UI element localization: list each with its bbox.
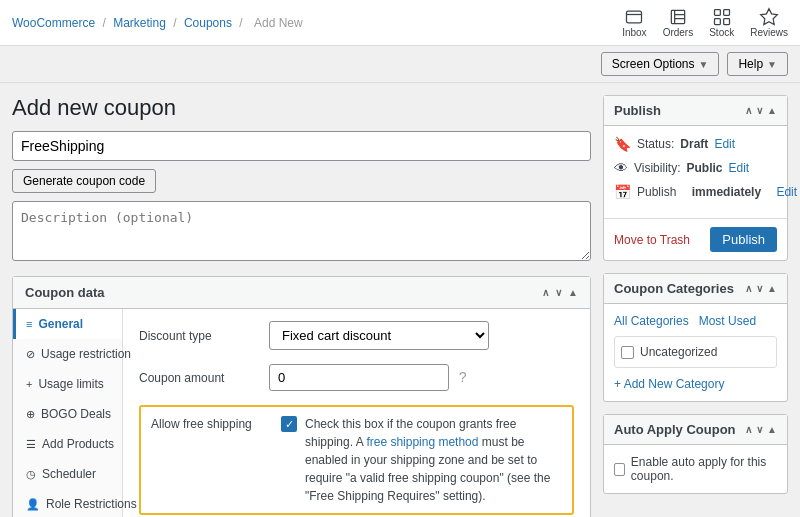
- coupon-data-tabs: ≡ General ⊘ Usage restriction + Usage li…: [13, 309, 123, 517]
- publish-widget-footer: Move to Trash Publish: [604, 218, 787, 260]
- visibility-label: Visibility:: [634, 161, 680, 175]
- screen-options-chevron: ▼: [699, 59, 709, 70]
- auto-apply-collapse[interactable]: ▲: [767, 424, 777, 435]
- inbox-label: Inbox: [622, 27, 646, 38]
- stock-icon-item[interactable]: Stock: [709, 7, 734, 38]
- most-used-tab[interactable]: Most Used: [699, 314, 756, 328]
- help-icon: ?: [459, 369, 467, 385]
- category-item-uncategorized: Uncategorized: [621, 343, 770, 361]
- scheduler-icon: ◷: [26, 468, 36, 481]
- breadcrumb-coupons[interactable]: Coupons: [184, 16, 232, 30]
- auto-apply-header-controls: ∧ ∨ ▲: [745, 424, 777, 435]
- tab-general-label: General: [38, 317, 83, 331]
- main-layout: Add new coupon Generate coupon code Coup…: [0, 83, 800, 517]
- cat-down-chevron[interactable]: ∨: [756, 283, 763, 294]
- right-sidebar: Publish ∧ ∨ ▲ 🔖 Status: Draft Edit 👁 Vis…: [603, 95, 788, 517]
- coupon-data-collapse[interactable]: ▲: [568, 287, 578, 298]
- publish-time-edit-link[interactable]: Edit: [776, 185, 797, 199]
- uncategorized-checkbox[interactable]: [621, 346, 634, 359]
- orders-icon-item[interactable]: Orders: [663, 7, 694, 38]
- tab-role-restrictions[interactable]: 👤 Role Restrictions: [13, 489, 122, 517]
- coupon-categories-widget: Coupon Categories ∧ ∨ ▲ All Categories M…: [603, 273, 788, 402]
- status-value: Draft: [680, 137, 708, 151]
- coupon-amount-input[interactable]: [269, 364, 449, 391]
- orders-label: Orders: [663, 27, 694, 38]
- help-chevron: ▼: [767, 59, 777, 70]
- publish-time-value: immediately: [692, 185, 761, 199]
- move-to-trash-link[interactable]: Move to Trash: [614, 233, 690, 247]
- publish-down-chevron[interactable]: ∨: [756, 105, 763, 116]
- svg-rect-1: [671, 10, 684, 23]
- tab-general[interactable]: ≡ General: [13, 309, 122, 339]
- coupon-amount-field: ?: [269, 364, 574, 391]
- coupon-data-up-chevron[interactable]: ∧: [542, 287, 549, 298]
- add-new-category-link[interactable]: + Add New Category: [614, 377, 724, 391]
- auto-apply-up-chevron[interactable]: ∧: [745, 424, 752, 435]
- reviews-icon-item[interactable]: Reviews: [750, 7, 788, 38]
- discount-type-select[interactable]: Fixed cart discount Percentage discount …: [269, 321, 489, 350]
- generate-coupon-button[interactable]: Generate coupon code: [12, 169, 156, 193]
- coupon-data-down-chevron[interactable]: ∨: [555, 287, 562, 298]
- breadcrumb-marketing[interactable]: Marketing: [113, 16, 166, 30]
- calendar-icon: 📅: [614, 184, 631, 200]
- publish-collapse[interactable]: ▲: [767, 105, 777, 116]
- visibility-icon: 👁: [614, 160, 628, 176]
- tab-usage-limits[interactable]: + Usage limits: [13, 369, 122, 399]
- auto-apply-checkbox[interactable]: [614, 463, 625, 476]
- status-row: 🔖 Status: Draft Edit: [614, 136, 777, 152]
- publish-up-chevron[interactable]: ∧: [745, 105, 752, 116]
- usage-limits-icon: +: [26, 378, 32, 390]
- visibility-value: Public: [686, 161, 722, 175]
- content-area: Add new coupon Generate coupon code Coup…: [12, 95, 591, 517]
- publish-title: Publish: [614, 103, 661, 118]
- reviews-label: Reviews: [750, 27, 788, 38]
- visibility-row: 👁 Visibility: Public Edit: [614, 160, 777, 176]
- coupon-code-input[interactable]: [12, 131, 591, 161]
- free-shipping-method-link[interactable]: free shipping method: [366, 435, 478, 449]
- categories-header-controls: ∧ ∨ ▲: [745, 283, 777, 294]
- discount-type-field: Fixed cart discount Percentage discount …: [269, 321, 574, 350]
- tab-add-products-label: Add Products: [42, 437, 114, 451]
- breadcrumb-woocommerce[interactable]: WooCommerce: [12, 16, 95, 30]
- tab-content-general: Discount type Fixed cart discount Percen…: [123, 309, 590, 517]
- free-shipping-text: Check this box if the coupon grants free…: [305, 415, 562, 505]
- tab-scheduler[interactable]: ◷ Scheduler: [13, 459, 122, 489]
- role-icon: 👤: [26, 498, 40, 511]
- coupon-data-body: ≡ General ⊘ Usage restriction + Usage li…: [13, 309, 590, 517]
- svg-rect-0: [627, 11, 642, 23]
- auto-apply-down-chevron[interactable]: ∨: [756, 424, 763, 435]
- coupon-categories-body: All Categories Most Used Uncategorized +…: [604, 304, 787, 401]
- status-label: Status:: [637, 137, 674, 151]
- auto-apply-widget: Auto Apply Coupon ∧ ∨ ▲ Enable auto appl…: [603, 414, 788, 494]
- publish-button[interactable]: Publish: [710, 227, 777, 252]
- publish-widget-header: Publish ∧ ∨ ▲: [604, 96, 787, 126]
- svg-rect-5: [723, 19, 729, 25]
- visibility-edit-link[interactable]: Edit: [728, 161, 749, 175]
- tab-bogo-deals[interactable]: ⊕ BOGO Deals: [13, 399, 122, 429]
- auto-apply-body: Enable auto apply for this coupon.: [604, 445, 787, 493]
- tab-add-products[interactable]: ☰ Add Products: [13, 429, 122, 459]
- breadcrumb: WooCommerce / Marketing / Coupons / Add …: [12, 16, 307, 30]
- description-textarea[interactable]: [12, 201, 591, 261]
- allow-free-shipping-checkbox[interactable]: [281, 416, 297, 432]
- page-title: Add new coupon: [12, 95, 591, 121]
- cat-up-chevron[interactable]: ∧: [745, 283, 752, 294]
- svg-marker-6: [761, 9, 778, 25]
- status-edit-link[interactable]: Edit: [714, 137, 735, 151]
- breadcrumb-current: Add New: [254, 16, 303, 30]
- coupon-categories-title: Coupon Categories: [614, 281, 734, 296]
- cat-collapse[interactable]: ▲: [767, 283, 777, 294]
- all-categories-tab[interactable]: All Categories: [614, 314, 689, 328]
- uncategorized-label: Uncategorized: [640, 345, 717, 359]
- auto-apply-row: Enable auto apply for this coupon.: [614, 455, 777, 483]
- screen-options-button[interactable]: Screen Options ▼: [601, 52, 720, 76]
- top-bar: WooCommerce / Marketing / Coupons / Add …: [0, 0, 800, 46]
- help-button[interactable]: Help ▼: [727, 52, 788, 76]
- publish-header-controls: ∧ ∨ ▲: [745, 105, 777, 116]
- tab-usage-restriction[interactable]: ⊘ Usage restriction: [13, 339, 122, 369]
- inbox-icon-item[interactable]: Inbox: [622, 7, 646, 38]
- auto-apply-label: Enable auto apply for this coupon.: [631, 455, 777, 483]
- svg-rect-2: [714, 10, 720, 16]
- add-products-icon: ☰: [26, 438, 36, 451]
- publish-widget-body: 🔖 Status: Draft Edit 👁 Visibility: Publi…: [604, 126, 787, 218]
